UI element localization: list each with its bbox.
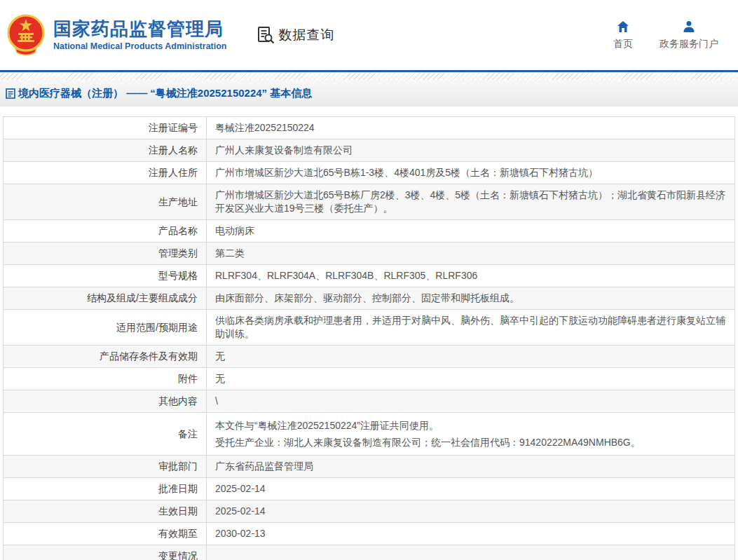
table-row: 注册人住所广州市增城区新沙大道北65号B栋1-3楼、4楼401房及5楼（土名：新… <box>4 162 734 184</box>
row-value: 广州市增城区新沙大道北65号B栋1-3楼、4楼401房及5楼（土名：新塘镇石下村… <box>207 162 734 184</box>
row-label: 注册人名称 <box>4 139 207 161</box>
brand-block: 国家药品监督管理局 National Medical Products Admi… <box>53 19 227 52</box>
row-value: 粤械注准20252150224 <box>207 117 734 139</box>
row-label: 其他内容 <box>4 390 207 412</box>
breadcrumb-bar: 境内医疗器械（注册） —— “粤械注准20252150224” 基本信息 <box>0 80 738 107</box>
header-nav: 首页 政务服务门户 <box>613 20 738 50</box>
row-value: 供临床各类病房承载和护理患者用，并适用于对脑中风、脑外伤、脑卒中引起的下肢运动功… <box>207 310 734 345</box>
table-row: 变更情况 <box>4 545 734 560</box>
table-row: 审批部门广东省药品监督管理局 <box>4 456 734 478</box>
breadcrumb-text: 境内医疗器械（注册） —— “粤械注准20252150224” 基本信息 <box>18 87 312 100</box>
row-value: 2025-02-14 <box>207 500 734 522</box>
brand-subtitle: National Medical Products Administration <box>53 41 227 51</box>
document-magnifier-icon <box>257 26 275 44</box>
row-value: 2025-02-14 <box>207 478 734 500</box>
row-value: 无 <box>207 368 734 390</box>
data-query-label: 数据查询 <box>279 26 335 44</box>
table-row: 附件无 <box>4 368 734 390</box>
table-row: 结构及组成/主要组成成分由床面部分、床架部分、驱动部分、控制部分、固定带和脚托板… <box>4 287 734 310</box>
nav-portal[interactable]: 政务服务门户 <box>660 20 718 50</box>
row-value: \ <box>207 390 734 412</box>
table-row: 产品储存条件及有效期无 <box>4 346 734 368</box>
site-header: 国家药品监督管理局 National Medical Products Admi… <box>0 0 738 70</box>
spacer <box>0 107 738 116</box>
row-label: 注册人住所 <box>4 162 207 184</box>
row-label: 生产地址 <box>4 184 207 219</box>
row-label: 备注 <box>4 413 207 455</box>
row-label: 有效期至 <box>4 523 207 545</box>
table-row: 注册证编号粤械注准20252150224 <box>4 117 734 139</box>
form-icon <box>6 88 15 99</box>
table-row: 其他内容\ <box>4 390 734 413</box>
row-label: 结构及组成/主要组成成分 <box>4 287 207 309</box>
nav-home[interactable]: 首页 <box>613 20 633 50</box>
table-row: 产品名称电动病床 <box>4 220 734 243</box>
hatch-band <box>0 72 738 80</box>
national-emblem-logo <box>6 13 46 57</box>
home-icon <box>616 20 630 34</box>
table-row: 型号规格RLRF304、RLRF304A、RLRF304B、RLRF305、RL… <box>4 265 734 287</box>
row-value: 本文件与“粤械注准20252150224”注册证共同使用。受托生产企业：湖北人来… <box>207 413 734 455</box>
row-value-line: 受托生产企业：湖北人来康复设备制造有限公司；统一社会信用代码：91420222M… <box>215 434 726 451</box>
row-label: 审批部门 <box>4 456 207 477</box>
table-row: 管理类别第二类 <box>4 243 734 265</box>
row-label: 产品储存条件及有效期 <box>4 346 207 367</box>
row-label: 管理类别 <box>4 243 207 264</box>
table-row: 批准日期2025-02-14 <box>4 478 734 500</box>
row-value <box>207 545 734 560</box>
row-value: 广东省药品监督管理局 <box>207 456 734 477</box>
info-table: 注册证编号粤械注准20252150224注册人名称广州人来康复设备制造有限公司注… <box>3 116 735 560</box>
brand-title: 国家药品监督管理局 <box>53 19 227 40</box>
row-value: 电动病床 <box>207 220 734 242</box>
row-value: 2030-02-13 <box>207 523 734 545</box>
row-value-line: 本文件与“粤械注准20252150224”注册证共同使用。 <box>215 417 726 434</box>
nav-portal-label: 政务服务门户 <box>660 38 718 50</box>
row-value: 广州人来康复设备制造有限公司 <box>207 139 734 161</box>
table-row: 生效日期2025-02-14 <box>4 500 734 523</box>
row-value: 第二类 <box>207 243 734 264</box>
row-value: 无 <box>207 346 734 367</box>
row-label: 生效日期 <box>4 500 207 522</box>
table-row: 适用范围/预期用途供临床各类病房承载和护理患者用，并适用于对脑中风、脑外伤、脑卒… <box>4 310 734 346</box>
data-query-tab[interactable]: 数据查询 <box>257 26 335 44</box>
row-label: 注册证编号 <box>4 117 207 139</box>
row-label: 变更情况 <box>4 545 207 560</box>
row-value: 由床面部分、床架部分、驱动部分、控制部分、固定带和脚托板组成。 <box>207 287 734 309</box>
table-row: 生产地址广州市增城区新沙大道北65号B栋厂房2楼、3楼、4楼、5楼（土名：新塘镇… <box>4 184 734 220</box>
row-value: 广州市增城区新沙大道北65号B栋厂房2楼、3楼、4楼、5楼（土名：新塘镇石下村猪… <box>207 184 734 219</box>
row-label: 批准日期 <box>4 478 207 500</box>
row-label: 产品名称 <box>4 220 207 242</box>
row-label: 附件 <box>4 368 207 390</box>
table-row: 有效期至2030-02-13 <box>4 523 734 545</box>
row-label: 适用范围/预期用途 <box>4 310 207 345</box>
table-row: 备注本文件与“粤械注准20252150224”注册证共同使用。受托生产企业：湖北… <box>4 413 734 456</box>
nav-home-label: 首页 <box>613 38 633 50</box>
breadcrumb: 境内医疗器械（注册） —— “粤械注准20252150224” 基本信息 <box>6 87 312 100</box>
row-label: 型号规格 <box>4 265 207 287</box>
user-icon <box>682 20 696 34</box>
table-row: 注册人名称广州人来康复设备制造有限公司 <box>4 139 734 162</box>
row-value: RLRF304、RLRF304A、RLRF304B、RLRF305、RLRF30… <box>207 265 734 287</box>
